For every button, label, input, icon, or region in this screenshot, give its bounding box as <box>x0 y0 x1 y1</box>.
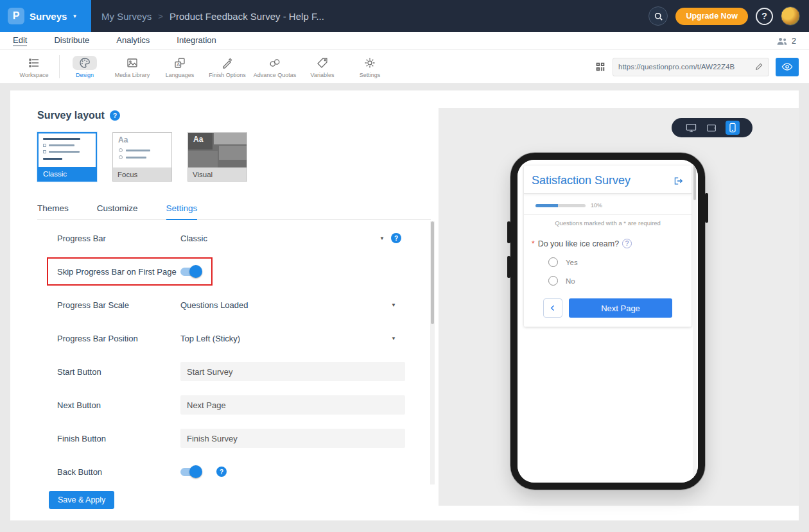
layout-options: Classic Aa Focus <box>37 132 439 182</box>
desktop-preview-button[interactable] <box>684 121 697 134</box>
toolbar-item-design[interactable]: Design <box>61 56 109 78</box>
toolbar-item-workspace[interactable]: Workspace <box>10 56 58 78</box>
user-avatar[interactable] <box>781 6 800 26</box>
design-subtabs: Themes Customize Settings <box>37 203 431 220</box>
skip-progress-toggle[interactable] <box>180 268 201 276</box>
answer-option-no[interactable]: No <box>548 276 692 286</box>
top-bar: P Surveys ▼ My Surveys > Product Feedbac… <box>0 0 809 32</box>
preview-progress: 10% <box>524 194 692 214</box>
chevron-down-icon: ▼ <box>379 236 385 241</box>
survey-url-input[interactable] <box>618 63 751 71</box>
progress-position-select[interactable]: Top Left (Sticky) ▼ <box>180 334 396 343</box>
layout-option-visual[interactable]: Aa Visual <box>187 132 247 182</box>
scrollbar-down-arrow[interactable]: ▼ <box>693 476 697 480</box>
preview-scrollbar-track: ▼ <box>693 162 697 480</box>
option-label: No <box>566 277 575 285</box>
upgrade-now-button[interactable]: Upgrade Now <box>675 8 748 25</box>
back-button-toggle[interactable] <box>180 468 201 476</box>
toolbar-item-settings[interactable]: Settings <box>346 56 394 78</box>
tab-integration[interactable]: Integration <box>177 35 216 46</box>
phone-power-button <box>705 193 708 223</box>
next-button-label: Next Button <box>57 400 180 410</box>
survey-preview-card: Satisfaction Survey <box>524 166 692 327</box>
progress-scale-select[interactable]: Questions Loaded ▼ <box>180 300 396 310</box>
save-apply-button[interactable]: Save & Apply <box>49 491 114 509</box>
row-progress-bar-position: Progress Bar Position Top Left (Sticky) … <box>37 322 435 355</box>
layout-help-icon[interactable]: ? <box>110 110 120 121</box>
settings-gear-icon <box>363 56 376 70</box>
layout-label: Visual <box>188 167 247 181</box>
subtab-customize[interactable]: Customize <box>97 203 138 219</box>
progress-bar-select[interactable]: Classic ▼ <box>180 234 385 243</box>
row-progress-bar: Progress Bar Classic ▼ ? <box>37 221 435 255</box>
preview-back-button[interactable] <box>543 298 562 318</box>
phone-volume-button <box>507 221 510 243</box>
preview-next-page-button[interactable]: Next Page <box>569 298 672 318</box>
tab-analytics[interactable]: Analytics <box>116 35 150 46</box>
chevron-down-icon: ▼ <box>72 13 77 19</box>
progress-position-label: Progress Bar Position <box>57 334 180 343</box>
progress-percent: 10% <box>591 202 602 209</box>
toolbar-divider <box>59 55 60 78</box>
next-button-input[interactable] <box>180 395 405 415</box>
preview-scrollbar-thumb[interactable] <box>693 165 696 200</box>
skip-progress-label: Skip Progress Bar on First Page <box>57 267 180 277</box>
progress-bar-help-icon[interactable]: ? <box>391 233 401 243</box>
toolbar-label: Workspace <box>20 72 49 78</box>
classic-thumbnail <box>39 133 96 167</box>
finish-button-input[interactable] <box>180 429 405 448</box>
radio-icon[interactable] <box>548 276 558 286</box>
qr-code-icon[interactable] <box>595 61 606 73</box>
required-note: Questions marked with a * are required <box>524 215 692 232</box>
layout-label: Focus <box>113 167 171 181</box>
menu-bar: Edit Distribute Analytics Integration 2 <box>0 32 809 50</box>
tab-edit[interactable]: Edit <box>13 35 27 46</box>
survey-url-field[interactable] <box>613 58 769 76</box>
progress-fill <box>535 204 558 207</box>
tab-distribute[interactable]: Distribute <box>54 35 89 46</box>
row-back-button: Back Button ? <box>37 455 435 485</box>
start-button-label: Start Button <box>57 367 180 377</box>
product-menu-label: Surveys <box>30 11 67 22</box>
toolbar-item-variables[interactable]: Variables <box>299 56 346 78</box>
tablet-preview-button[interactable] <box>705 121 718 134</box>
form-scrollbar-track <box>430 221 435 485</box>
toolbar-item-languages[interactable]: A Languages <box>156 56 204 78</box>
svg-text:A: A <box>177 62 180 67</box>
toolbar-item-finish-options[interactable]: Finish Options <box>204 56 251 78</box>
help-button[interactable]: ? <box>756 8 773 25</box>
answer-option-yes[interactable]: Yes <box>548 257 692 267</box>
layout-option-classic[interactable]: Classic <box>37 132 97 182</box>
collaborators-button[interactable]: 2 <box>776 37 796 46</box>
toolbar-label: Variables <box>311 72 335 78</box>
progress-track <box>535 204 586 207</box>
breadcrumb-parent-link[interactable]: My Surveys <box>101 11 152 22</box>
back-button-help-icon[interactable]: ? <box>216 467 227 477</box>
toolbar-label: Settings <box>360 72 381 78</box>
exit-survey-icon[interactable] <box>674 176 684 185</box>
subtab-themes[interactable]: Themes <box>37 203 69 219</box>
toolbar-item-advance-quotas[interactable]: Advance Quotas <box>251 56 299 78</box>
progress-scale-label: Progress Bar Scale <box>57 300 180 310</box>
subtab-settings[interactable]: Settings <box>166 203 198 220</box>
back-button-label: Back Button <box>57 467 180 477</box>
question-help-icon[interactable]: ? <box>622 239 632 248</box>
focus-thumbnail: Aa <box>113 133 171 167</box>
preview-eye-button[interactable] <box>776 58 799 76</box>
finish-options-icon <box>221 56 234 70</box>
visual-thumbnail: Aa <box>188 133 247 167</box>
layout-option-focus[interactable]: Aa Focus <box>112 132 172 182</box>
edit-url-pencil-icon[interactable] <box>754 62 763 71</box>
search-button[interactable] <box>648 6 668 26</box>
toolbar-item-media-library[interactable]: Media Library <box>109 56 156 78</box>
progress-position-value: Top Left (Sticky) <box>180 334 240 343</box>
preview-survey-title: Satisfaction Survey <box>532 174 631 187</box>
form-scrollbar-thumb[interactable] <box>431 221 434 324</box>
questionpro-logo: P <box>8 8 24 24</box>
radio-icon[interactable] <box>548 257 558 267</box>
breadcrumb: My Surveys > Product Feedback Survey - H… <box>101 11 648 22</box>
start-button-input[interactable] <box>180 362 405 381</box>
progress-bar-value: Classic <box>180 234 207 243</box>
product-switcher[interactable]: P Surveys ▼ <box>0 0 91 32</box>
mobile-preview-button[interactable] <box>726 121 740 135</box>
